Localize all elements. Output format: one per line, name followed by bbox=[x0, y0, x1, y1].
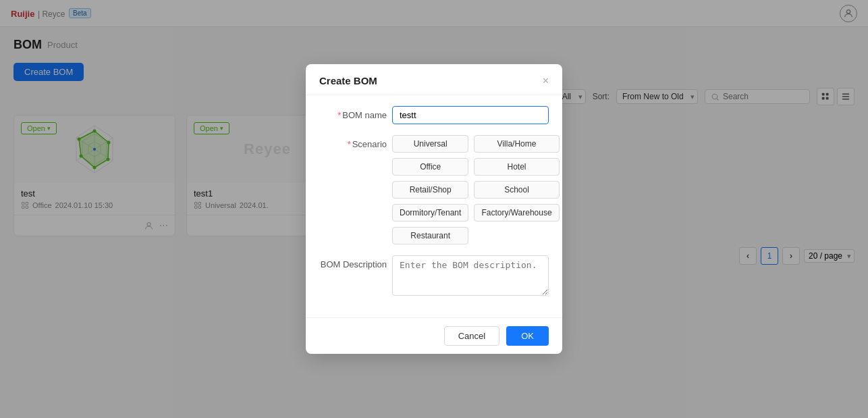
modal-footer: Cancel OK bbox=[306, 317, 562, 354]
bom-name-label: *BOM name bbox=[319, 106, 387, 120]
scenario-option-villahome[interactable]: Villa/Home bbox=[474, 135, 559, 153]
scenario-grid: UniversalVilla/HomeOfficeHotelRetail/Sho… bbox=[392, 135, 560, 244]
modal-overlay[interactable]: Create BOM × *BOM name *Scenario Univers… bbox=[0, 0, 868, 418]
description-label: BOM Description bbox=[319, 255, 387, 269]
bom-name-row: *BOM name bbox=[319, 106, 549, 124]
create-bom-modal: Create BOM × *BOM name *Scenario Univers… bbox=[306, 64, 562, 354]
scenario-row: *Scenario UniversalVilla/HomeOfficeHotel… bbox=[319, 135, 549, 244]
scenario-option-hotel[interactable]: Hotel bbox=[474, 158, 559, 176]
modal-title: Create BOM bbox=[319, 75, 377, 86]
bom-name-input[interactable] bbox=[392, 106, 549, 124]
scenario-option-school[interactable]: School bbox=[474, 181, 559, 199]
scenario-option-universal[interactable]: Universal bbox=[392, 135, 468, 153]
description-row: BOM Description bbox=[319, 255, 549, 296]
scenario-option-dormitorytenant[interactable]: Dormitory/Tenant bbox=[392, 204, 468, 221]
scenario-option-office[interactable]: Office bbox=[392, 158, 468, 176]
ok-button[interactable]: OK bbox=[506, 326, 549, 346]
cancel-button[interactable]: Cancel bbox=[444, 326, 499, 346]
modal-close-button[interactable]: × bbox=[543, 76, 549, 86]
modal-body: *BOM name *Scenario UniversalVilla/HomeO… bbox=[306, 95, 562, 317]
scenario-option-factorywarehouse[interactable]: Factory/Warehouse bbox=[474, 204, 559, 221]
scenario-field-label: *Scenario bbox=[319, 135, 387, 149]
description-textarea[interactable] bbox=[392, 255, 549, 296]
scenario-option-restaurant[interactable]: Restaurant bbox=[392, 227, 468, 244]
scenario-option-retailshop[interactable]: Retail/Shop bbox=[392, 181, 468, 199]
modal-header: Create BOM × bbox=[306, 64, 562, 95]
